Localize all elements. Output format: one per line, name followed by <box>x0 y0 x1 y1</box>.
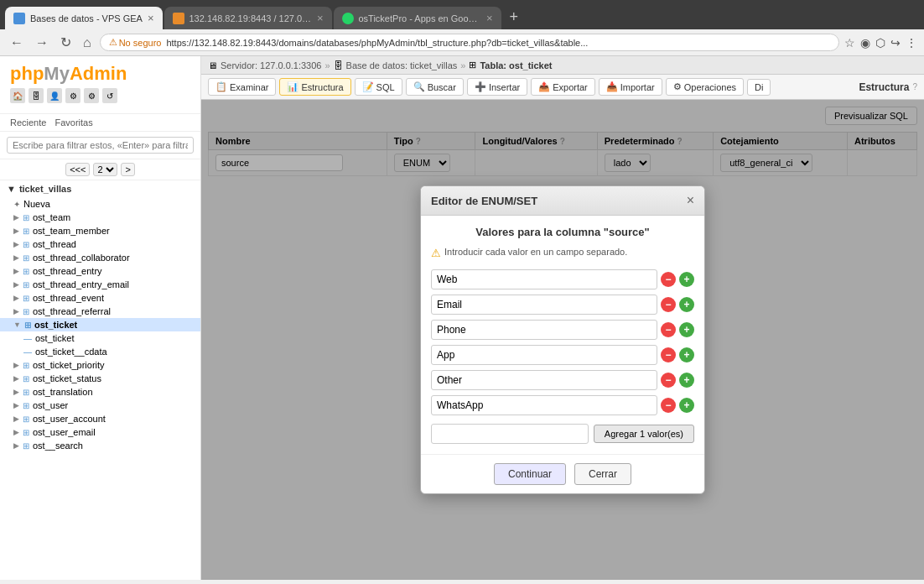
page-select[interactable]: 2 <box>93 163 117 176</box>
breadcrumb-table[interactable]: Tabla: ost_ticket <box>480 60 552 70</box>
breadcrumb-server[interactable]: Servidor: 127.0.0.1:3306 <box>221 60 321 70</box>
sidebar-item-ost-thread-collaborator[interactable]: ▶ ⊞ ost_thread_collaborator <box>0 251 200 264</box>
page-prev-button[interactable]: <<< <box>65 163 90 176</box>
pma-icon-db[interactable]: 🗄 <box>29 88 44 103</box>
enum-add-after-app-button[interactable]: + <box>679 347 694 362</box>
enum-add-after-whatsapp-button[interactable]: + <box>679 398 694 413</box>
sidebar-table-label-18: ost__search <box>33 441 83 451</box>
di-button[interactable]: Di <box>747 79 771 96</box>
modal-body: Valores para la columna "source" ⚠ Intro… <box>421 216 704 454</box>
sidebar-item-ost-team-member[interactable]: ▶ ⊞ ost_team_member <box>0 224 200 237</box>
sidebar-item-ost-ticket-sub1[interactable]: — ost_ticket <box>0 331 200 345</box>
enum-input-phone[interactable] <box>431 320 657 340</box>
sidebar-item-ost-user-account[interactable]: ▶ ⊞ ost_user_account <box>0 412 200 425</box>
expand-icon: ▶ <box>13 240 19 248</box>
add-values-button[interactable]: Agregar 1 valor(es) <box>594 425 694 443</box>
enum-remove-email-button[interactable]: − <box>661 297 676 312</box>
extension-button[interactable]: ⬡ <box>875 36 885 50</box>
enum-remove-app-button[interactable]: − <box>661 347 676 362</box>
modal-close-button[interactable]: × <box>687 193 694 208</box>
menu-button[interactable]: ⋮ <box>906 36 917 50</box>
bookmark-button[interactable]: ☆ <box>844 36 855 50</box>
tab-1[interactable]: Bases de datos - VPS GEA × <box>5 7 163 29</box>
examine-button[interactable]: 📋 Examinar <box>208 78 276 96</box>
sidebar-item-ost-team[interactable]: ▶ ⊞ ost_team <box>0 211 200 224</box>
continue-button[interactable]: Continuar <box>494 463 566 485</box>
reload-button[interactable]: ↻ <box>57 33 75 52</box>
breadcrumb-database[interactable]: Base de datos: ticket_villas <box>346 60 458 70</box>
sidebar-item-ost-ticket-priority[interactable]: ▶ ⊞ ost_ticket_priority <box>0 358 200 372</box>
structure-button[interactable]: 📊 Estructura <box>279 78 350 96</box>
sidebar-item-ost-thread-entry-email[interactable]: ▶ ⊞ ost_thread_entry_email <box>0 278 200 291</box>
tab-3[interactable]: osTicketPro - Apps en Google Pl... × <box>334 7 501 29</box>
pma-logo: phpMyAdmin 🏠 🗄 👤 ⚙ ⚙ ↺ <box>0 56 200 114</box>
insert-button[interactable]: ➕ Insertar <box>467 78 527 96</box>
recent-link[interactable]: Reciente <box>10 117 46 128</box>
sidebar-item-ost-thread[interactable]: ▶ ⊞ ost_thread <box>0 237 200 251</box>
sidebar-item-ost-thread-event[interactable]: ▶ ⊞ ost_thread_event <box>0 291 200 305</box>
close-button[interactable]: Cerrar <box>574 463 631 485</box>
forward-button[interactable]: → <box>32 34 52 52</box>
sidebar-filter-input[interactable] <box>7 137 194 154</box>
tab-close-3[interactable]: × <box>486 12 493 24</box>
enum-input-app[interactable] <box>431 345 657 365</box>
tab-close-1[interactable]: × <box>148 12 154 24</box>
profile-button[interactable]: ◉ <box>860 36 870 50</box>
tab-2[interactable]: 132.148.82.19:8443 / 127.0.0.1 /... × <box>164 7 332 29</box>
table-icon: ⊞ <box>23 441 29 451</box>
expand-icon: ▶ <box>13 227 19 235</box>
help-icon[interactable]: ? <box>912 82 917 91</box>
db-expand-icon: ▼ <box>7 184 16 194</box>
enum-input-web[interactable] <box>431 269 657 289</box>
expand-icon: ▶ <box>13 267 19 275</box>
enum-input-whatsapp[interactable] <box>431 395 657 415</box>
enum-add-after-email-button[interactable]: + <box>679 297 694 312</box>
page-next-button[interactable]: > <box>121 163 134 176</box>
operations-button[interactable]: ⚙ Operaciones <box>666 78 744 96</box>
enum-remove-phone-button[interactable]: − <box>661 322 676 337</box>
sidebar-item-nueva[interactable]: ✦ Nueva <box>0 197 200 211</box>
pma-icon-home[interactable]: 🏠 <box>10 88 25 103</box>
pma-icon-gear2[interactable]: ⚙ <box>84 88 99 103</box>
sidebar-item-ost-search[interactable]: ▶ ⊞ ost__search <box>0 439 200 452</box>
pma-icon-user[interactable]: 👤 <box>47 88 62 103</box>
enum-add-after-web-button[interactable]: + <box>679 272 694 287</box>
add-value-input[interactable] <box>431 424 589 444</box>
add-value-row: Agregar 1 valor(es) <box>431 424 694 444</box>
sidebar-item-ost-translation[interactable]: ▶ ⊞ ost_translation <box>0 385 200 399</box>
sidebar-item-ost-ticket-status[interactable]: ▶ ⊞ ost_ticket_status <box>0 372 200 385</box>
expand-icon: ▶ <box>13 294 19 302</box>
sidebar-item-ost-thread-referral[interactable]: ▶ ⊞ ost_thread_referral <box>0 305 200 318</box>
back-button[interactable]: ← <box>7 34 27 52</box>
search-button[interactable]: 🔍 Buscar <box>406 78 464 96</box>
home-button[interactable]: ⌂ <box>80 34 95 52</box>
expand-icon: ▶ <box>13 388 19 396</box>
enum-input-other[interactable] <box>431 370 657 390</box>
sidebar-item-ost-ticket[interactable]: ▼ ⊞ ost_ticket <box>0 318 200 331</box>
db-name[interactable]: ticket_villas <box>19 184 71 194</box>
enum-add-after-phone-button[interactable]: + <box>679 322 694 337</box>
enum-remove-other-button[interactable]: − <box>661 373 676 388</box>
enum-remove-whatsapp-button[interactable]: − <box>661 398 676 413</box>
enum-input-email[interactable] <box>431 295 657 315</box>
sidebar-item-ost-ticket-cdata[interactable]: — ost_ticket__cdata <box>0 345 200 358</box>
sidebar: phpMyAdmin 🏠 🗄 👤 ⚙ ⚙ ↺ Reciente Favorita… <box>0 56 201 580</box>
enum-row-whatsapp: − + <box>431 395 694 415</box>
sql-button[interactable]: 📝 SQL <box>355 78 402 96</box>
import-button[interactable]: 📥 Importar <box>599 78 662 96</box>
enum-row-phone: − + <box>431 320 694 340</box>
enum-remove-web-button[interactable]: − <box>661 272 676 287</box>
share-button[interactable]: ↪ <box>890 36 901 50</box>
sidebar-item-ost-thread-entry[interactable]: ▶ ⊞ ost_thread_entry <box>0 264 200 278</box>
new-tab-button[interactable]: + <box>503 5 526 29</box>
address-bar[interactable]: ⚠ No seguro https://132.148.82.19:8443/d… <box>100 34 839 51</box>
sidebar-item-ost-user[interactable]: ▶ ⊞ ost_user <box>0 399 200 412</box>
pma-icon-sync[interactable]: ↺ <box>102 88 117 103</box>
table-icon: ⊞ <box>23 213 29 222</box>
sidebar-item-ost-user-email[interactable]: ▶ ⊞ ost_user_email <box>0 425 200 439</box>
favorites-link[interactable]: Favoritas <box>55 117 92 128</box>
enum-add-after-other-button[interactable]: + <box>679 373 694 388</box>
tab-close-2[interactable]: × <box>317 12 324 24</box>
export-button[interactable]: 📤 Exportar <box>531 78 595 96</box>
pma-icon-settings[interactable]: ⚙ <box>65 88 80 103</box>
